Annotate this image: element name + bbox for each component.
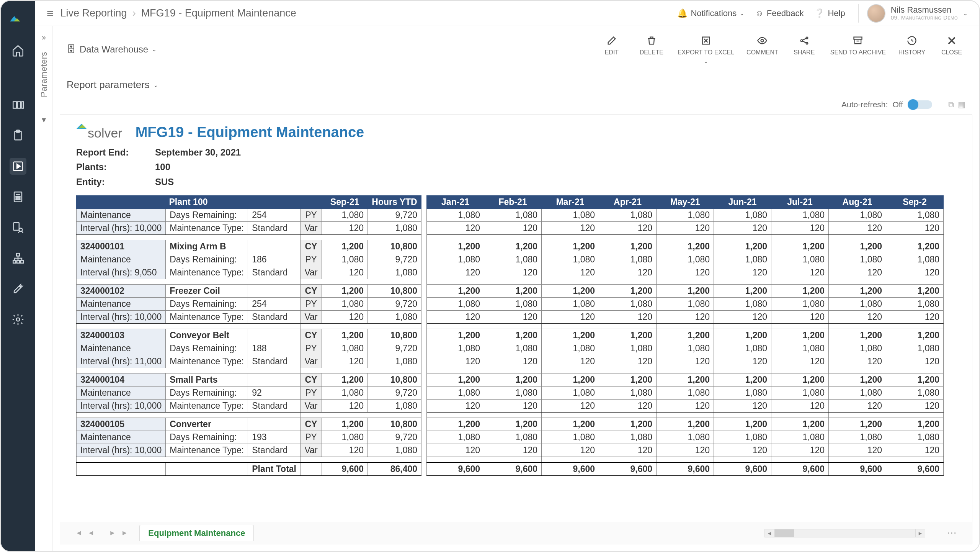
svg-point-11 xyxy=(16,197,17,198)
notifications-button[interactable]: 🔔 Notifications ⌄ xyxy=(677,8,744,18)
chevron-down-icon: ⌄ xyxy=(154,82,158,88)
nav-clipboard-icon[interactable] xyxy=(10,127,26,144)
horizontal-scrollbar[interactable]: ◄► xyxy=(764,529,925,537)
user-name: Nils Rasmussen xyxy=(891,5,958,15)
export-excel-button[interactable]: EXPORT TO EXCEL⌄ xyxy=(678,34,734,64)
svg-rect-22 xyxy=(21,260,23,263)
menu-toggle-icon[interactable]: ≡ xyxy=(40,7,60,20)
chevron-down-icon: ⌄ xyxy=(704,58,708,64)
bell-icon: 🔔 xyxy=(677,8,688,18)
breadcrumb-page: MFG19 - Equipment Maintenance xyxy=(141,7,296,19)
report-parameters-toggle[interactable]: Report parameters ⌄ xyxy=(53,68,979,95)
svg-point-25 xyxy=(761,39,764,42)
excel-icon xyxy=(701,34,711,47)
solver-logo: solver xyxy=(76,126,122,141)
help-icon: ❔ xyxy=(814,8,825,18)
delete-button[interactable]: DELETE xyxy=(638,34,665,64)
parameters-rail: » Parameters ▾ xyxy=(35,26,53,551)
nav-tools-icon[interactable] xyxy=(10,280,26,297)
filter-icon[interactable]: ▾ xyxy=(42,115,46,125)
feedback-button[interactable]: ☺ Feedback xyxy=(755,8,804,18)
share-button[interactable]: SHARE xyxy=(791,34,818,64)
popout-icon[interactable]: ⧉ xyxy=(948,100,954,109)
svg-rect-19 xyxy=(16,253,20,256)
svg-point-14 xyxy=(16,198,17,200)
pencil-icon xyxy=(606,34,617,47)
trash-icon xyxy=(646,34,657,47)
history-button[interactable]: HISTORY xyxy=(898,34,926,64)
data-source-selector[interactable]: 🗄 Data Warehouse ⌄ xyxy=(67,44,157,55)
sheet-menu-icon[interactable]: ⋯ xyxy=(937,527,957,539)
share-icon xyxy=(799,34,810,47)
archive-button[interactable]: SEND TO ARCHIVE xyxy=(830,34,886,64)
chevron-down-icon: ⌄ xyxy=(963,10,968,16)
edit-button[interactable]: EDIT xyxy=(598,34,626,64)
comment-button[interactable]: COMMENT xyxy=(746,34,778,64)
nav-docs-user-icon[interactable] xyxy=(10,219,26,236)
sheet-tabs: ◄◄ ►► Equipment Maintenance ◄► ⋯ xyxy=(60,522,972,544)
svg-point-18 xyxy=(19,228,23,231)
breadcrumb-section[interactable]: Live Reporting xyxy=(60,7,127,19)
database-icon: 🗄 xyxy=(67,44,76,55)
solver-mark-icon xyxy=(76,124,87,129)
nav-home-icon[interactable] xyxy=(10,42,26,59)
svg-rect-4 xyxy=(22,102,23,108)
tab-nav-arrows[interactable]: ◄◄ ►► xyxy=(75,529,128,537)
svg-point-26 xyxy=(800,40,802,42)
breadcrumb: Live Reporting › MFG19 - Equipment Maint… xyxy=(60,7,296,19)
archive-icon xyxy=(853,34,863,47)
chevron-expand-icon[interactable]: » xyxy=(42,33,46,42)
svg-point-12 xyxy=(18,197,19,198)
brand-logo-icon xyxy=(9,12,27,25)
nav-hierarchy-icon[interactable] xyxy=(10,250,26,267)
left-nav xyxy=(1,1,35,551)
topbar: ≡ Live Reporting › MFG19 - Equipment Mai… xyxy=(35,1,979,26)
nav-report-icon[interactable] xyxy=(10,158,26,175)
user-subtitle: 09. Manufacturing Demo xyxy=(891,15,958,21)
autorefresh-toggle[interactable] xyxy=(908,100,932,109)
svg-point-23 xyxy=(16,318,20,321)
report-meta: Report End:September 30, 2021 Plants:100… xyxy=(76,145,972,189)
autorefresh-label: Auto-refresh: xyxy=(841,100,888,109)
chevron-right-icon: › xyxy=(132,7,136,19)
nav-modules-icon[interactable] xyxy=(10,97,26,113)
close-button[interactable]: CLOSE xyxy=(938,34,965,64)
svg-rect-20 xyxy=(13,260,16,263)
smile-icon: ☺ xyxy=(755,8,763,18)
svg-point-27 xyxy=(806,37,808,39)
report-grid: Plant 100Sep-21Hours YTDJan-21Feb-21Mar-… xyxy=(76,195,944,476)
history-icon xyxy=(906,34,917,47)
report-scroll-area[interactable]: solver MFG19 - Equipment Maintenance Rep… xyxy=(60,115,972,522)
report-viewer: solver MFG19 - Equipment Maintenance Rep… xyxy=(60,115,972,544)
nav-calculator-icon[interactable] xyxy=(10,188,26,205)
avatar xyxy=(867,4,885,23)
help-button[interactable]: ❔ Help xyxy=(814,8,845,18)
toolbar: 🗄 Data Warehouse ⌄ EDIT DELETE EXPORT TO… xyxy=(53,26,979,68)
svg-rect-17 xyxy=(14,223,19,230)
nav-settings-icon[interactable] xyxy=(10,311,26,328)
close-icon xyxy=(946,34,957,47)
autorefresh-value: Off xyxy=(892,100,903,109)
svg-rect-2 xyxy=(13,102,16,108)
chevron-down-icon: ⌄ xyxy=(152,46,157,52)
grid-icon[interactable]: ▦ xyxy=(958,100,965,109)
chevron-down-icon: ⌄ xyxy=(740,10,744,16)
sheet-tab-active[interactable]: Equipment Maintenance xyxy=(139,525,254,541)
eye-icon xyxy=(757,34,768,47)
svg-point-16 xyxy=(19,198,20,200)
svg-point-28 xyxy=(806,43,808,44)
svg-rect-3 xyxy=(18,102,21,108)
svg-rect-29 xyxy=(854,37,862,39)
svg-point-13 xyxy=(19,197,20,198)
user-menu[interactable]: Nils Rasmussen 09. Manufacturing Demo ⌄ xyxy=(858,4,968,23)
svg-marker-8 xyxy=(17,164,20,168)
report-title: MFG19 - Equipment Maintenance xyxy=(136,124,364,141)
svg-rect-21 xyxy=(17,260,20,263)
svg-point-15 xyxy=(18,198,19,200)
parameters-label: Parameters xyxy=(39,52,49,97)
